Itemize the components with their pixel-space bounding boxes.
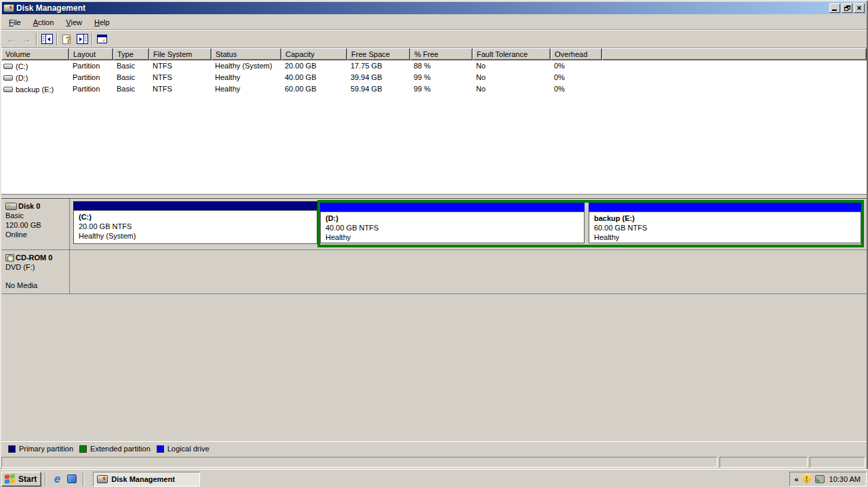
cell-capacity: 40.00 GB (281, 72, 347, 83)
volume-row-c[interactable]: (C:) Partition Basic NTFS Healthy (Syste… (1, 60, 867, 72)
minimize-button[interactable] (829, 3, 840, 13)
volume-row-e[interactable]: backup (E:) Partition Basic NTFS Healthy… (1, 83, 867, 95)
menu-action[interactable]: Action (27, 16, 60, 28)
show-console-tree-button[interactable] (39, 32, 54, 47)
col-file-system[interactable]: File System (149, 48, 212, 60)
back-arrow-icon: ← (7, 34, 17, 45)
col-filler (602, 48, 867, 60)
back-button[interactable]: ← (4, 32, 19, 47)
menu-view[interactable]: View (60, 16, 88, 28)
console-tree-icon (41, 34, 53, 44)
partition-label: (D:) (326, 214, 584, 223)
cell-type: Basic (113, 83, 149, 95)
quick-launch-ie[interactable]: e (50, 472, 64, 486)
cell-status: Healthy (212, 72, 281, 83)
partition-label: backup (E:) (594, 214, 861, 223)
col-fault-tolerance[interactable]: Fault Tolerance (473, 48, 551, 60)
status-bar (1, 455, 867, 469)
col-volume[interactable]: Volume (1, 48, 69, 60)
cell-type: Basic (113, 60, 149, 72)
col-layout[interactable]: Layout (69, 48, 113, 60)
col-status[interactable]: Status (212, 48, 281, 60)
cell-layout: Partition (69, 72, 113, 83)
svg-text:?: ? (66, 35, 71, 45)
quick-launch-explorer[interactable] (65, 472, 79, 486)
cell-fault-tolerance: No (473, 60, 551, 72)
taskbar-separator (45, 472, 46, 486)
volume-row-d[interactable]: (D:) Partition Basic NTFS Healthy 40.00 … (1, 72, 867, 83)
partition-status: Healthy (594, 232, 861, 242)
legend-logical: Logical drive (157, 445, 210, 453)
cdrom-header[interactable]: CD-ROM 0 DVD (F:) No Media (1, 250, 70, 293)
cell-layout: Partition (69, 60, 113, 72)
cell-volume: backup (E:) (16, 85, 54, 94)
show-action-pane-button[interactable] (75, 32, 90, 47)
disk-icon (5, 203, 17, 210)
disk0-header[interactable]: Disk 0 Basic 120.00 GB Online (1, 199, 70, 249)
partition-d[interactable]: (D:) 40.00 GB NTFS Healthy (320, 203, 585, 245)
cell-type: Basic (113, 72, 149, 83)
cdrom-name: CD-ROM 0 (16, 253, 52, 262)
minimize-icon (832, 9, 837, 11)
legend-label: Primary partition (19, 445, 73, 453)
window-title: Disk Management (14, 3, 828, 13)
cell-file-system: NTFS (149, 60, 212, 72)
toolbar: ← → ? (1, 30, 867, 48)
start-button[interactable]: Start (1, 472, 41, 487)
extended-partition-swatch (79, 445, 87, 453)
restore-button[interactable] (842, 3, 852, 13)
drive-icon (3, 64, 13, 69)
hardware-tray-icon[interactable] (815, 475, 825, 483)
cell-overhead: 0% (551, 60, 602, 72)
legend-label: Extended partition (90, 445, 151, 453)
start-label: Start (18, 474, 37, 484)
windows-logo-icon (5, 474, 16, 485)
cell-overhead: 0% (551, 72, 602, 83)
taskbar: Start e Disk Management « ! 10:30 AM (0, 469, 868, 488)
cell-free-space: 17.75 GB (347, 60, 410, 72)
partition-e[interactable]: backup (E:) 60.00 GB NTFS Healthy (589, 203, 861, 245)
partition-size: 20.00 GB NTFS (79, 222, 317, 231)
partition-label: (C:) (79, 212, 317, 222)
partition-size: 40.00 GB NTFS (326, 223, 584, 232)
tray-chevron[interactable]: « (794, 475, 798, 483)
menu-file[interactable]: File (3, 16, 27, 28)
close-button[interactable]: × (854, 3, 865, 13)
logical-drive-swatch (157, 445, 164, 453)
graphical-view-pane: Disk 0 Basic 120.00 GB Online (C:) 20.00… (1, 198, 867, 455)
col-pct-free[interactable]: % Free (410, 48, 473, 60)
close-icon: × (856, 5, 861, 12)
disk0-row: Disk 0 Basic 120.00 GB Online (C:) 20.00… (1, 199, 867, 250)
drive-icon (3, 87, 13, 92)
menu-bar: File Action View Help (1, 15, 867, 30)
forward-button[interactable]: → (19, 32, 34, 47)
task-label: Disk Management (111, 475, 175, 483)
legend-bar: Primary partition Extended partition Log… (1, 441, 867, 455)
disk-name: Disk 0 (18, 201, 40, 211)
partition-c[interactable]: (C:) 20.00 GB NTFS Healthy (System) (73, 201, 317, 246)
help-button[interactable]: ? (60, 32, 75, 47)
help-icon: ? (62, 34, 73, 45)
cell-status: Healthy (System) (212, 60, 281, 72)
task-button-disk-management[interactable]: Disk Management (93, 472, 200, 487)
taskbar-clock[interactable]: 10:30 AM (828, 475, 861, 483)
col-type[interactable]: Type (113, 48, 149, 60)
col-capacity[interactable]: Capacity (281, 48, 347, 60)
svg-text:*: * (102, 38, 106, 45)
extended-partition: (D:) 40.00 GB NTFS Healthy backup (E:) 6… (317, 200, 864, 247)
cdrom-status: No Media (5, 281, 69, 290)
security-shield-icon[interactable]: ! (802, 474, 812, 485)
logical-drive-bar (589, 203, 861, 211)
cell-volume: (C:) (16, 62, 28, 70)
partition-size: 60.00 GB NTFS (594, 223, 861, 232)
legend-extended: Extended partition (79, 445, 151, 453)
console-window-button[interactable]: * (95, 32, 110, 47)
cell-capacity: 60.00 GB (281, 83, 347, 95)
col-free-space[interactable]: Free Space (347, 48, 410, 60)
col-overhead[interactable]: Overhead (551, 48, 602, 60)
cell-pct-free: 88 % (410, 60, 473, 72)
menu-help[interactable]: Help (88, 16, 116, 28)
toolbar-separator (56, 33, 58, 45)
legend-label: Logical drive (167, 445, 210, 453)
toolbar-separator (36, 33, 37, 45)
